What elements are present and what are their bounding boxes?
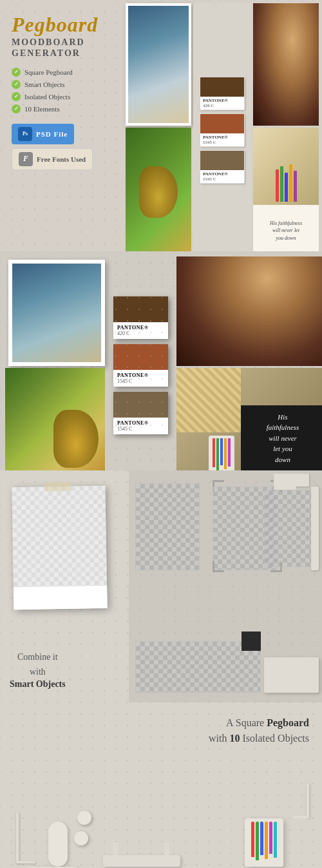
pantone-label-1: PANTONE® 420 C: [200, 97, 244, 110]
pencil-purple: [269, 822, 272, 854]
mb-coastal-frame: [5, 256, 105, 366]
hook-vertical-1: [16, 812, 19, 863]
pencil-bunch: [251, 822, 277, 860]
pencil-holder: [245, 818, 283, 867]
check-icon-4: [12, 104, 21, 113]
black-accent: [242, 632, 261, 651]
smart-objects-text: Smart Objects: [10, 679, 66, 690]
check-icon-1: [12, 68, 21, 77]
pantone-card-3: PANTONE® 1545 C: [200, 150, 245, 184]
combine-label: Combine it with: [10, 650, 66, 679]
badge-row: Ps PSD File F Free Fonts Used: [12, 124, 117, 170]
shelf-piece: [264, 657, 319, 693]
mb-pantone-2: PANTONE® 1545 C: [113, 344, 168, 387]
ps-icon: Ps: [18, 127, 32, 141]
hero-section: Pegboard MOODBOARD GENERATOR Square Pegb…: [0, 0, 322, 251]
top-bracket-2: [274, 487, 296, 490]
smart-objects-section: Combine it with Smart Objects: [0, 470, 322, 702]
check-icon-2: [12, 80, 21, 89]
feature-item-4: 10 Elements: [12, 104, 117, 113]
psd-badge: Ps PSD File: [12, 124, 74, 144]
mb-interior: Hisfaithfulnesswill neverlet youdown: [176, 368, 322, 470]
hero-left-panel: Pegboard MOODBOARD GENERATOR Square Pegb…: [0, 0, 129, 251]
isolated-section: A Square Pegboard with 10 Isolated Objec…: [0, 702, 322, 868]
isolated-title: A Square Pegboard with 10 Isolated Objec…: [209, 715, 309, 746]
round-knob-1: [77, 811, 91, 825]
feature-list: Square Pegboard Smart Objects Isolated O…: [12, 68, 117, 113]
smart-right-panel: [129, 470, 322, 702]
shelf-support-2: [164, 842, 169, 855]
pantone-label-2: PANTONE® 1545 C: [200, 133, 244, 146]
font-badge-label: Free Fonts Used: [37, 155, 86, 163]
isolated-count-bold: 10: [229, 733, 240, 744]
hero-subtitle-1: MOODBOARD: [12, 37, 117, 48]
polaroid-frame: [12, 486, 107, 610]
mb-pantone-1: PANTONE® 420 C: [113, 296, 168, 339]
mb-woman-large: [176, 256, 322, 366]
mb-pantone-col: PANTONE® 420 C PANTONE® 1545 C PANTONE® …: [107, 256, 175, 470]
pencil-red: [251, 822, 254, 857]
moodboard-grid: PANTONE® 420 C PANTONE® 1545 C PANTONE® …: [0, 251, 322, 470]
pencil-orange: [265, 822, 268, 859]
smart-objects-label: Combine it with Smart Objects: [10, 650, 66, 690]
hook-h-right: [293, 816, 309, 818]
placeholder-card-3: [264, 490, 316, 567]
oval-piece: [48, 822, 68, 867]
feature-item-2: Smart Objects: [12, 80, 117, 89]
hero-collage: PANTONE® 420 C PANTONE® 1545 C PANTONE®: [122, 0, 322, 251]
feature-item-3: Isolated Objects: [12, 92, 117, 101]
round-knob-2: [74, 831, 88, 845]
mb-pantone-3: PANTONE® 1545 C: [113, 392, 168, 434]
pantone-card-1: PANTONE® 420 C: [200, 77, 245, 110]
font-badge: F Free Fonts Used: [12, 148, 93, 170]
pantone-label-3: PANTONE® 1545 C: [200, 170, 244, 183]
woman-portrait: [253, 3, 319, 126]
tape-strip: [45, 482, 71, 492]
smart-left-panel: Combine it with Smart Objects: [0, 470, 129, 702]
shelf-support-1: [113, 842, 118, 855]
pantone-card-2: PANTONE® 1545 C: [200, 113, 245, 147]
placeholder-card-1: [135, 483, 200, 570]
pencils-verse: His faithfulnesswill never letyou down: [253, 128, 319, 251]
flat-shelf-1: [103, 855, 180, 867]
font-icon: F: [19, 152, 33, 166]
pantone-column: PANTONE® 420 C PANTONE® 1545 C PANTONE®: [193, 3, 251, 251]
pegboard-bg: [129, 470, 322, 702]
isolated-pegboard-bold: Pegboard: [267, 717, 309, 728]
hero-subtitle-2: GENERATOR: [12, 48, 117, 59]
isolated-header: A Square Pegboard with 10 Isolated Objec…: [209, 715, 309, 746]
hero-title: Pegboard: [12, 14, 117, 35]
plant-image: [126, 128, 191, 251]
pencil-green: [256, 822, 259, 860]
feature-item-1: Square Pegboard: [12, 68, 117, 77]
hook-v-right: [307, 783, 309, 818]
psd-badge-label: PSD File: [36, 130, 68, 138]
mb-plant: [5, 368, 105, 470]
top-bracket-1: [274, 474, 309, 487]
pencil-blue: [260, 822, 263, 855]
shelf-bracket-r: [311, 487, 319, 570]
moodboard-section: PANTONE® 420 C PANTONE® 1545 C PANTONE® …: [0, 251, 322, 470]
pencil-teal: [274, 822, 277, 858]
check-icon-3: [12, 92, 21, 101]
bracket-bl: [213, 561, 224, 572]
coastal-image: [126, 3, 191, 126]
hook-horizontal-1: [16, 861, 35, 863]
polaroid-checker: [12, 486, 107, 588]
